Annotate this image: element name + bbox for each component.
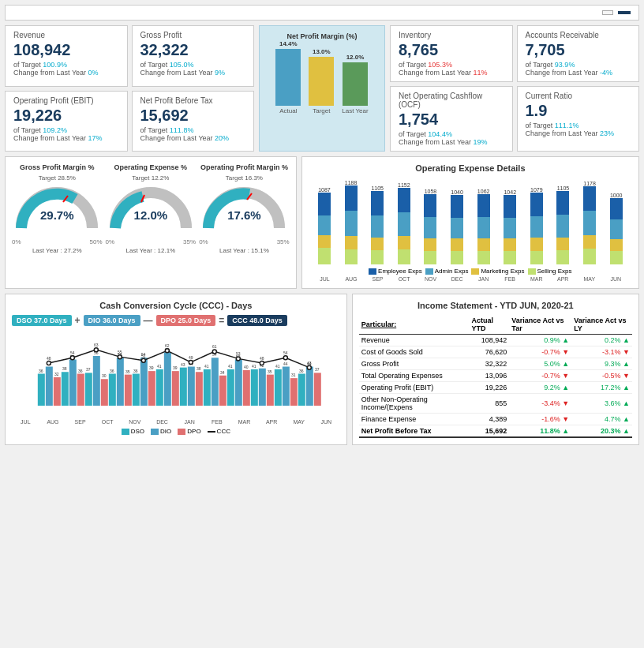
expense-stacked-bar-aug (345, 185, 358, 264)
kpi-current-ratio-title: Current Ratio (526, 92, 631, 100)
expense-col-nov: 1058 (424, 189, 436, 264)
svg-rect-52 (235, 360, 242, 406)
expense-month-mar: MAR (523, 276, 550, 282)
expense-stacked-bar-sep (371, 191, 384, 264)
income-row-4: Operating Profit (EBIT) 19,226 9.2% ▲ 17… (359, 382, 632, 394)
income-actual-7: 15,692 (470, 425, 510, 438)
income-var-ly-2: 9.3% ▲ (571, 358, 632, 370)
svg-point-89 (212, 350, 216, 354)
svg-text:41: 41 (157, 364, 162, 369)
legend-marketing: Marketing Exps (471, 268, 524, 275)
income-actual-5: 855 (470, 394, 510, 414)
gauge-gp-value: 29.7% (40, 208, 74, 222)
gauge-oe-target: Target 12.2% (106, 174, 197, 182)
top-section: Revenue 108,942 of Target 100.9% Change … (5, 25, 639, 152)
ccc-month-apr: APR (258, 419, 286, 425)
svg-point-77 (70, 356, 74, 360)
income-row-6: Finance Expense 4,389 -1.6% ▼ 4.7% ▲ (359, 414, 632, 425)
svg-text:31: 31 (291, 373, 296, 377)
svg-text:43: 43 (307, 361, 312, 365)
kpi-inventory: Inventory 8,765 of Target 105.3% Change … (390, 25, 513, 82)
kpi-gross-profit-value: 32,322 (140, 41, 246, 59)
svg-rect-71 (314, 373, 321, 406)
kpi-inventory-value: 8,765 (399, 41, 504, 59)
svg-rect-64 (283, 367, 290, 406)
svg-text:53: 53 (236, 351, 241, 356)
income-table: Particular: Actual YTD Variance Act vs T… (359, 315, 632, 438)
expense-month-dec: DEC (444, 276, 470, 282)
minus-op: — (144, 315, 153, 326)
expense-chart-section: Operating Expense Details 10871188110511… (301, 156, 639, 289)
ccc-month-nov: NOV (122, 419, 149, 425)
expense-month-feb: FEB (496, 276, 523, 282)
gauge-om-range: 0%35% (199, 238, 290, 245)
income-var-tar-7: 11.8% ▲ (509, 425, 571, 438)
income-row-0: Revenue 108,942 0.9% ▲ 0.2% ▲ (359, 335, 632, 346)
right-kpi-grid: Inventory 8,765 of Target 105.3% Change … (390, 25, 639, 152)
kpi-op-profit-value: 19,226 (13, 107, 119, 125)
svg-text:35: 35 (125, 369, 130, 374)
svg-rect-5 (54, 377, 61, 406)
svg-rect-11 (77, 374, 84, 406)
expense-total-feb: 1042 (504, 189, 516, 195)
plus-op: + (75, 315, 80, 326)
income-col-particular: Particular: (359, 315, 470, 335)
select-ytd-label[interactable] (602, 10, 613, 15)
expense-stacked-bar-mar (530, 193, 543, 264)
expense-total-nov: 1058 (425, 189, 437, 194)
kpi-ar-meta: of Target 93.9% (526, 61, 631, 69)
ccc-month-aug: AUG (39, 419, 67, 425)
income-var-ly-3: -0.5% ▼ (571, 370, 632, 382)
kpi-current-ratio-change: Change from Last Year 23% (526, 129, 631, 137)
ccc-svg: 3644323852363756303654353654394160394344… (12, 331, 340, 418)
svg-text:48: 48 (260, 356, 264, 361)
legend-admin: Admin Exps (425, 268, 469, 275)
income-label-0: Revenue (359, 335, 470, 346)
ccc-month-jul: JUL (12, 419, 39, 425)
svg-text:35: 35 (268, 369, 272, 374)
kpi-ar-change: Change from Last Year -4% (526, 69, 631, 77)
kpi-op-profit: Operating Profit (EBIT) 19,226 of Target… (5, 91, 128, 152)
svg-point-85 (165, 349, 169, 353)
income-var-ly-0: 0.2% ▲ (571, 335, 632, 346)
svg-text:38: 38 (197, 366, 201, 371)
income-actual-2: 32,322 (470, 358, 510, 370)
svg-rect-17 (101, 379, 108, 406)
gauge-gp-title: Gross Profit Margin % (12, 163, 103, 171)
svg-text:30: 30 (102, 373, 107, 378)
gauge-oe-range: 0%35% (106, 238, 197, 245)
income-label-3: Total Operating Expenses (359, 370, 470, 382)
svg-rect-63 (275, 369, 282, 406)
expense-month-sep: SEP (365, 276, 391, 282)
svg-text:36: 36 (39, 369, 43, 373)
dso-badge: DSO 37.0 Days (12, 315, 72, 326)
svg-text:63: 63 (94, 343, 99, 347)
expense-total-jan: 1062 (477, 189, 490, 194)
ccc-month-sep: SEP (66, 419, 94, 425)
svg-rect-10 (69, 360, 77, 406)
kpi-ar-title: Accounts Receivable (526, 31, 631, 39)
income-actual-1: 76,620 (470, 346, 510, 358)
svg-text:51: 51 (141, 354, 146, 358)
ccc-section: Cash Conversion Cycle (CCC) - Days DSO 3… (5, 294, 347, 445)
income-section: Income Statement - YTD JUN, 2020-21 Part… (352, 294, 639, 445)
expense-col-jan: 1062 (477, 189, 490, 264)
expense-stacked-bar-dec (451, 195, 463, 264)
expense-total-mar: 1079 (530, 187, 543, 193)
header-controls (602, 10, 631, 15)
svg-rect-47 (219, 376, 227, 406)
svg-rect-41 (196, 372, 203, 406)
income-actual-4: 19,226 (470, 382, 510, 394)
kpi-current-ratio-meta: of Target 111.1% (526, 122, 631, 129)
month-badge (618, 11, 631, 14)
kpi-inventory-meta: of Target 105.3% (399, 61, 504, 69)
legend-employee: Employee Exps (369, 268, 422, 275)
svg-rect-58 (259, 369, 266, 406)
expense-stacked-bar-apr (556, 191, 569, 264)
expense-stacked-bar-jan (477, 194, 490, 264)
kpi-current-ratio-value: 1.9 (526, 102, 631, 120)
income-var-tar-3: -0.7% ▼ (509, 370, 571, 382)
kpi-net-profit-meta: of Target 111.8% (140, 126, 246, 134)
svg-rect-16 (93, 356, 100, 406)
ccc-month-labels: JULAUGSEPOCTNOVDECJANFEBMARAPRMAYJUN (12, 419, 340, 425)
